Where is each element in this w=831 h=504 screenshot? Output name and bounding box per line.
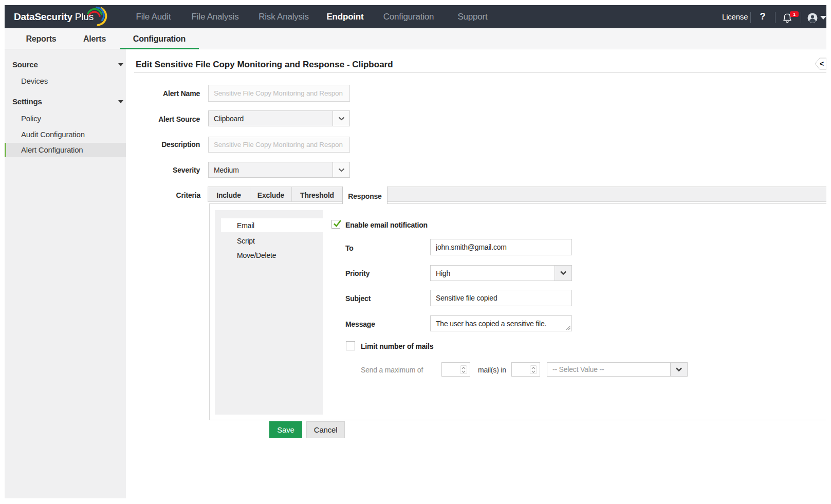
svg-text:<: < — [820, 60, 824, 68]
